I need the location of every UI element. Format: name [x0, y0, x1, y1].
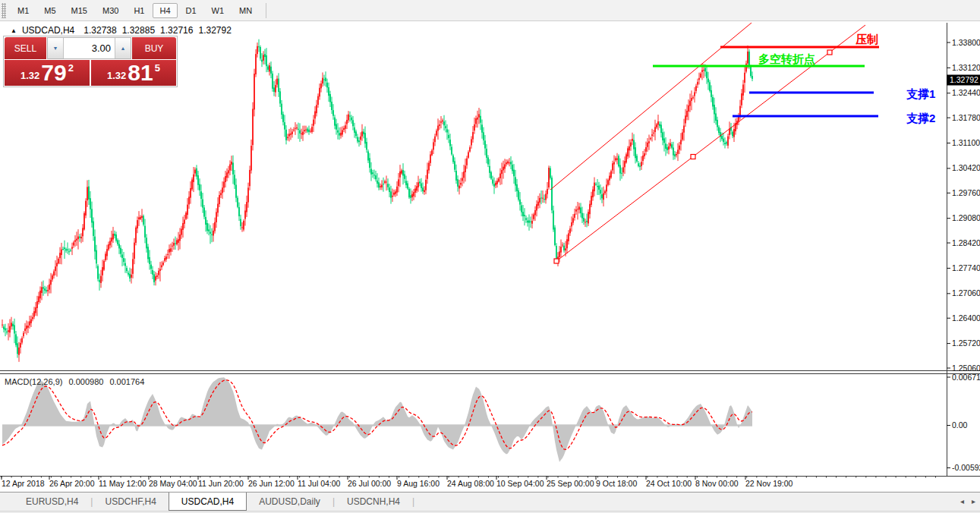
tab-scroll-left-icon[interactable]: ◂	[960, 497, 964, 505]
toolbar-grip-icon[interactable]	[2, 3, 6, 18]
tf-button-h1[interactable]: H1	[127, 3, 151, 18]
price-axis-label: 1.33120	[952, 63, 980, 72]
buy-price-pip: 5	[155, 62, 160, 74]
tab-scroll-right-icon[interactable]: ▸	[972, 497, 975, 505]
sell-price-prefix: 1.32	[20, 70, 39, 81]
time-axis-label: 24 Aug 08:00	[447, 479, 494, 488]
support1-line-label: 支撑1	[906, 87, 935, 100]
price-axis-label: 1.30420	[952, 163, 980, 172]
trendline-channel-lower[interactable]	[556, 25, 865, 261]
price-axis-label: 1.28420	[952, 238, 980, 247]
timeframe-toolbar: M1M5M15M30H1H4D1W1MN	[0, 0, 980, 21]
time-axis-label: 11 May 12:00	[99, 479, 147, 488]
macd-name: MACD(12,26,9)	[5, 377, 62, 386]
time-axis-label: 26 Jun 12:00	[248, 479, 295, 488]
macd-signal-line	[2, 380, 752, 450]
time-axis-label: 11 Jul 04:00	[298, 479, 341, 488]
macd-zero-band	[2, 424, 752, 426]
pivot-line-label: 多空转折点	[758, 52, 815, 66]
symbol-period-label: USDCAD,H4	[22, 25, 74, 36]
tf-button-mn[interactable]: MN	[232, 3, 259, 18]
time-axis-label: 26 Jul 00:00	[348, 479, 391, 488]
trendline-handle[interactable]	[827, 50, 832, 55]
buy-price-prefix: 1.32	[107, 70, 126, 81]
ohlc-close: 1.32792	[198, 25, 231, 36]
macd-histogram	[2, 377, 752, 462]
ohlc-low: 1.32716	[160, 25, 193, 36]
buy-price-button[interactable]: 1.32 81 5	[91, 60, 176, 86]
price-axis: 1.338001.331201.324401.317801.311001.304…	[947, 38, 980, 373]
tab-eurusd-h4[interactable]: EURUSD,H4	[14, 493, 90, 511]
tf-button-m5[interactable]: M5	[37, 3, 62, 18]
time-axis-label: 9 Oct 18:00	[596, 479, 637, 488]
macd-indicator-label: MACD(12,26,9) 0.000980 0.001764	[5, 377, 148, 386]
macd-axis-label: 0.006718	[952, 373, 980, 382]
volume-decrease-button[interactable]: ▼	[48, 38, 64, 58]
tab-usdcad-h4[interactable]: USDCAD,H4	[169, 493, 247, 511]
tf-button-w1[interactable]: W1	[205, 3, 232, 18]
tab-scroll-arrows: ◂ ▸	[960, 492, 975, 511]
sell-price-pip: 2	[68, 62, 74, 74]
price-axis-label: 1.29080	[952, 213, 980, 222]
trendline-handle[interactable]	[691, 155, 695, 159]
chart-title-bar: ▲ USDCAD,H4 1.32738 1.32885 1.32716 1.32…	[11, 25, 237, 36]
volume-increase-button[interactable]: ▲	[115, 38, 131, 58]
time-axis: 12 Apr 201826 Apr 20:0011 May 12:0028 Ma…	[2, 476, 935, 488]
time-axis-label: 22 Nov 19:00	[745, 479, 793, 488]
current-price-value: 1.32792	[950, 75, 978, 84]
macd-value: 0.000980	[68, 377, 103, 386]
time-axis-label: 24 Oct 10:00	[646, 479, 692, 488]
time-axis-label: 28 May 04:00	[149, 479, 197, 488]
tf-button-m30[interactable]: M30	[96, 3, 125, 18]
price-axis-label: 1.31780	[952, 113, 980, 122]
macd-axis-label: -0.005925	[952, 463, 980, 472]
trading-platform-window: M1M5M15M30H1H4D1W1MN 压制多空转折点支撑1支撑21.3380…	[0, 0, 980, 513]
macd-axis-label: 0.00	[952, 420, 968, 430]
tab-usdcnh-h4[interactable]: USDCNH,H4	[335, 493, 412, 511]
price-axis-label: 1.33800	[952, 38, 980, 47]
volume-input[interactable]: 3.00	[64, 38, 115, 58]
volume-stepper: ▼ 3.00 ▲	[47, 37, 131, 59]
tab-audusd-daily[interactable]: AUDUSD,Daily	[247, 493, 332, 511]
time-axis-label: 25 Sep 00:00	[547, 479, 594, 488]
price-axis-label: 1.32440	[952, 88, 980, 97]
tf-button-d1[interactable]: D1	[179, 3, 203, 18]
support2-line-label: 支撑2	[906, 112, 935, 124]
tf-button-m15[interactable]: M15	[65, 3, 94, 18]
tab-usdchf-h4[interactable]: USDCHF,H4	[93, 493, 168, 511]
time-axis-label: 12 Apr 2018	[2, 479, 45, 488]
buy-price-main: 81	[128, 61, 153, 84]
resistance-line-label: 压制	[855, 33, 878, 46]
one-click-trading-widget: SELL ▼ 3.00 ▲ BUY 1.32 79 2 1.32 81 5	[3, 36, 178, 87]
ohlc-open: 1.32738	[84, 25, 116, 36]
price-axis-label: 1.25060	[952, 364, 980, 373]
price-axis-label: 1.29760	[952, 188, 980, 197]
price-axis-label: 1.27060	[952, 288, 980, 297]
price-axis-label: 1.25720	[952, 338, 980, 348]
time-axis-label: 26 Apr 20:00	[49, 479, 95, 488]
tab-separator: |	[412, 493, 414, 511]
buy-button[interactable]: BUY	[132, 37, 176, 59]
symbol-tab-bar: EURUSD,H4|USDCHF,H4USDCAD,H4AUDUSD,Daily…	[0, 492, 980, 511]
sell-button[interactable]: SELL	[5, 37, 46, 59]
ohlc-high: 1.32885	[122, 25, 155, 36]
expand-arrow-icon[interactable]: ▲	[11, 27, 17, 34]
toolbar-separator	[266, 3, 266, 18]
time-axis-label: 11 Jun 20:00	[198, 479, 244, 488]
time-axis-label: 8 Nov 00:00	[695, 479, 739, 488]
time-axis-label: 9 Aug 16:00	[397, 479, 440, 488]
macd-signal-value: 0.001764	[109, 377, 144, 386]
tf-button-m1[interactable]: M1	[11, 3, 36, 18]
price-axis-label: 1.26400	[952, 313, 980, 323]
price-axis-label: 1.27740	[952, 263, 980, 272]
time-axis-label: 10 Sep 04:00	[496, 479, 544, 488]
candlestick-series	[2, 39, 753, 362]
price-axis-label: 1.31100	[952, 138, 980, 147]
chart-canvas[interactable]: 压制多空转折点支撑1支撑21.338001.331201.324401.3178…	[0, 21, 980, 492]
sell-price-main: 79	[41, 61, 66, 84]
tf-button-h4[interactable]: H4	[153, 3, 177, 18]
trendline-handle[interactable]	[554, 259, 559, 263]
sell-price-button[interactable]: 1.32 79 2	[5, 60, 90, 86]
